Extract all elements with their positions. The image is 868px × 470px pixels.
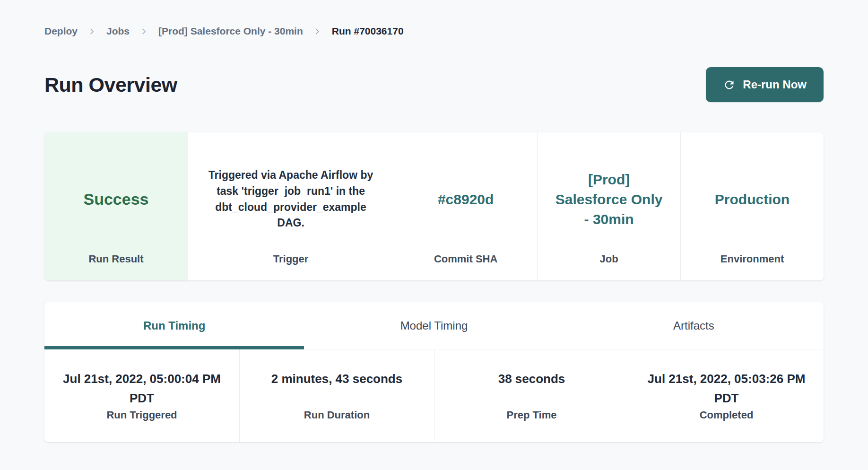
rerun-now-button[interactable]: Re-run Now	[706, 67, 824, 102]
tab-bar: Run Timing Model Timing Artifacts	[44, 302, 824, 349]
run-timing-card: Run Timing Model Timing Artifacts Jul 21…	[44, 302, 824, 442]
environment-label: Environment	[720, 253, 784, 265]
trigger-value: Triggered via Apache Airflow by task 'tr…	[203, 167, 379, 231]
job-label: Job	[600, 253, 618, 265]
page-header: Run Overview Re-run Now	[44, 67, 824, 102]
commit-sha-cell: #c8920d Commit SHA	[394, 132, 537, 280]
refresh-icon	[723, 78, 736, 91]
job-link[interactable]: [Prod] Salesforce Only - 30min	[552, 170, 666, 229]
chevron-right-icon	[314, 28, 321, 35]
commit-sha-label: Commit SHA	[434, 253, 497, 265]
trigger-label: Trigger	[273, 253, 309, 265]
page-title: Run Overview	[44, 73, 177, 96]
breadcrumb-current-run: Run #70036170	[332, 26, 404, 37]
run-result-cell: Success Run Result	[44, 132, 188, 280]
breadcrumb-jobs[interactable]: Jobs	[106, 26, 130, 37]
breadcrumb-job-name[interactable]: [Prod] Salesforce Only - 30min	[158, 26, 303, 37]
run-duration-label: Run Duration	[254, 409, 420, 421]
run-triggered-cell: Jul 21st, 2022, 05:00:04 PM PDT Run Trig…	[44, 349, 239, 442]
rerun-button-label: Re-run Now	[743, 78, 807, 91]
chevron-right-icon	[140, 28, 148, 35]
job-cell: [Prod] Salesforce Only - 30min Job	[537, 132, 680, 280]
completed-cell: Jul 21st, 2022, 05:03:26 PM PDT Complete…	[629, 349, 824, 442]
environment-cell: Production Environment	[680, 132, 824, 280]
environment-link[interactable]: Production	[715, 190, 790, 209]
prep-time-label: Prep Time	[449, 409, 615, 421]
tab-artifacts[interactable]: Artifacts	[564, 302, 824, 349]
trigger-cell: Triggered via Apache Airflow by task 'tr…	[188, 132, 394, 280]
run-result-value: Success	[83, 190, 148, 209]
run-triggered-label: Run Triggered	[59, 409, 225, 421]
tab-run-timing[interactable]: Run Timing	[44, 302, 304, 349]
prep-time-cell: 38 seconds Prep Time	[434, 349, 629, 442]
run-summary-card: Success Run Result Triggered via Apache …	[44, 132, 824, 280]
run-result-label: Run Result	[88, 253, 143, 265]
commit-sha-link[interactable]: #c8920d	[438, 190, 494, 209]
prep-time-value: 38 seconds	[449, 369, 615, 408]
run-triggered-value: Jul 21st, 2022, 05:00:04 PM PDT	[59, 369, 225, 408]
run-duration-value: 2 minutes, 43 seconds	[254, 369, 420, 408]
run-overview-page: Deploy Jobs [Prod] Salesforce Only - 30m…	[44, 0, 824, 442]
completed-label: Completed	[643, 409, 809, 421]
tab-model-timing[interactable]: Model Timing	[304, 302, 564, 349]
timing-row: Jul 21st, 2022, 05:00:04 PM PDT Run Trig…	[44, 349, 824, 442]
chevron-right-icon	[88, 28, 95, 35]
breadcrumb-deploy[interactable]: Deploy	[44, 26, 78, 37]
completed-value: Jul 21st, 2022, 05:03:26 PM PDT	[643, 369, 809, 408]
breadcrumb: Deploy Jobs [Prod] Salesforce Only - 30m…	[44, 26, 824, 37]
run-duration-cell: 2 minutes, 43 seconds Run Duration	[239, 349, 434, 442]
